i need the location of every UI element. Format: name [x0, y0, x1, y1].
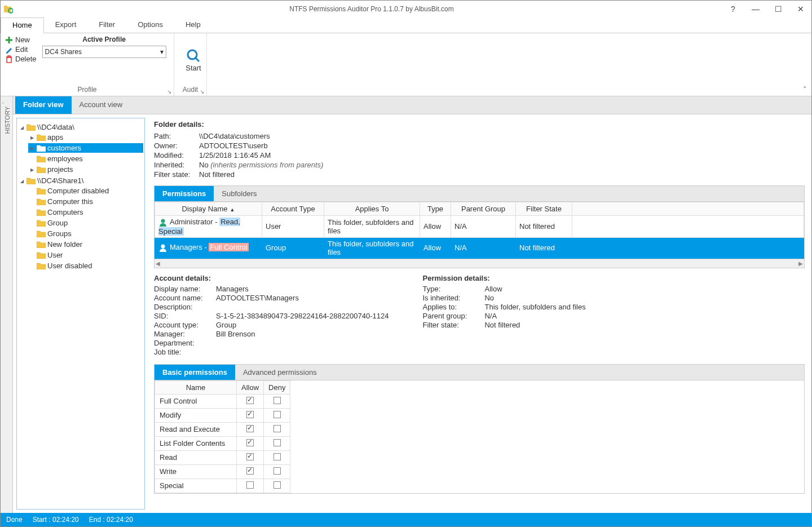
svg-rect-1 [4, 6, 7, 7]
tree-node[interactable]: employees [28, 154, 143, 163]
active-profile-label: Active Profile [82, 36, 126, 43]
basic-permissions-grid: NameAllowDenyFull ControlModifyRead and … [154, 380, 805, 494]
permission-details: Type:AllowIs inherited:NoApplies to:This… [422, 285, 585, 329]
window-title: NTFS Permissions Auditor Pro 1.1.0.7 by … [17, 5, 726, 13]
ribbon: New Edit Delete Active Profile DC4 Share… [1, 33, 811, 96]
titlebar: NTFS Permissions Auditor Pro 1.1.0.7 by … [1, 1, 811, 17]
minimize-button[interactable]: — [748, 5, 763, 14]
deny-checkbox[interactable] [273, 397, 281, 404]
basic-perm-row: Modify [155, 408, 290, 422]
deny-checkbox[interactable] [273, 439, 281, 446]
permission-row[interactable]: Managers - Full ControlGroupThis folder,… [155, 237, 804, 258]
allow-checkbox[interactable] [246, 439, 254, 446]
search-icon [186, 48, 201, 64]
tree-node[interactable]: Computers [28, 207, 143, 217]
basic-col-deny: Deny [264, 380, 290, 394]
view-tabs: Folder viewAccount view [13, 96, 811, 114]
tree-node[interactable]: Groups [28, 229, 143, 238]
svg-point-4 [188, 50, 197, 59]
col-type[interactable]: Type [420, 202, 451, 216]
menu-bar: HomeExportFilterOptionsHelp [1, 17, 811, 33]
basic-perm-row: Special [155, 479, 290, 493]
pin-icon: ◦ [2, 100, 5, 106]
basic-perm-row: Read and Execute [155, 422, 290, 436]
allow-checkbox[interactable] [246, 411, 254, 418]
menu-help[interactable]: Help [174, 17, 212, 33]
tree-node[interactable]: New folder [28, 240, 143, 249]
folder-tree[interactable]: \\DC4\data\appscustomersemployeesproject… [16, 118, 145, 510]
active-profile-dropdown[interactable]: DC4 Shares▾ [42, 46, 166, 58]
basictab-basic-permissions[interactable]: Basic permissions [155, 365, 235, 380]
basic-perm-row: Write [155, 464, 290, 479]
svg-point-6 [161, 244, 165, 248]
help-button[interactable]: ? [726, 5, 740, 14]
delete-profile-button[interactable]: Delete [5, 55, 37, 63]
audit-popout-icon[interactable]: ↘ [200, 88, 204, 95]
permtab-permissions[interactable]: Permissions [155, 186, 214, 201]
history-panel-tab[interactable]: ◦ HISTORY [1, 96, 13, 513]
folder-details: Path:\\DC4\data\customers Owner:ADTOOLTE… [154, 132, 805, 179]
basic-perm-row: Full Control [155, 394, 290, 408]
basic-col-allow: Allow [237, 380, 264, 394]
col-parent-group[interactable]: Parent Group [451, 202, 516, 216]
menu-home[interactable]: Home [1, 17, 44, 33]
basic-permissions-tabs: Basic permissionsAdvanced permissions [154, 364, 805, 380]
allow-checkbox[interactable] [246, 467, 254, 475]
allow-checkbox[interactable] [246, 397, 254, 404]
svg-rect-0 [4, 7, 11, 12]
status-start: Start : 02:24:20 [33, 516, 79, 524]
deny-checkbox[interactable] [273, 481, 281, 489]
basictab-advanced-permissions[interactable]: Advanced permissions [235, 365, 325, 380]
allow-checkbox[interactable] [246, 481, 254, 489]
viewtab-account-view[interactable]: Account view [72, 96, 131, 114]
grid-scrollbar[interactable]: ◀▶ [154, 259, 805, 268]
tree-node[interactable]: Computer this [28, 197, 143, 206]
permissions-tabs: PermissionsSubfolders [154, 185, 805, 201]
deny-checkbox[interactable] [273, 467, 281, 475]
tree-node[interactable]: projects [28, 165, 143, 174]
tree-node[interactable]: Group [28, 218, 143, 228]
menu-export[interactable]: Export [44, 17, 88, 33]
account-details-title: Account details: [154, 274, 389, 282]
allow-checkbox[interactable] [246, 425, 254, 432]
edit-profile-button[interactable]: Edit [5, 45, 37, 54]
menu-filter[interactable]: Filter [87, 17, 126, 33]
profile-popout-icon[interactable]: ↘ [167, 88, 171, 95]
deny-checkbox[interactable] [273, 411, 281, 418]
folder-details-title: Folder details: [154, 120, 805, 129]
deny-checkbox[interactable] [273, 453, 281, 460]
tree-node[interactable]: User disabled [28, 261, 143, 271]
ribbon-collapse-icon[interactable]: ˄ [803, 85, 807, 94]
viewtab-folder-view[interactable]: Folder view [15, 96, 72, 114]
account-details: Display name:ManagersAccount name:ADTOOL… [154, 285, 389, 356]
maximize-button[interactable]: ☐ [771, 5, 785, 14]
col-filter-state[interactable]: Filter State [516, 202, 572, 216]
status-end: End : 02:24:20 [89, 516, 133, 524]
new-profile-button[interactable]: New [5, 36, 37, 44]
close-button[interactable]: ✕ [793, 5, 808, 14]
menu-options[interactable]: Options [126, 17, 174, 33]
col-account-type[interactable]: Account Type [262, 202, 324, 216]
start-audit-button[interactable]: Start [179, 36, 208, 85]
permission-details-title: Permission details: [422, 274, 585, 282]
permtab-subfolders[interactable]: Subfolders [214, 186, 264, 201]
permissions-grid[interactable]: Display Name▲Account TypeApplies ToTypeP… [154, 201, 805, 259]
svg-point-5 [161, 219, 165, 223]
ribbon-group-audit-label: Audit [179, 85, 202, 95]
tree-node[interactable]: \\DC4\Share1\ [18, 176, 143, 185]
status-done: Done [6, 516, 23, 524]
deny-checkbox[interactable] [273, 425, 281, 432]
tree-node[interactable]: customers [28, 143, 143, 153]
permission-row[interactable]: Administrator - Read, SpecialUserThis fo… [155, 216, 804, 238]
chevron-down-icon: ▾ [160, 48, 164, 56]
tree-node[interactable]: apps [28, 132, 143, 142]
tree-node[interactable]: \\DC4\data\ [18, 122, 143, 132]
basic-perm-row: Read [155, 450, 290, 464]
tree-node[interactable]: Computer disabled [28, 186, 143, 196]
basic-perm-row: List Folder Contents [155, 436, 290, 450]
col-applies-to[interactable]: Applies To [324, 202, 420, 216]
col-display-name[interactable]: Display Name▲ [155, 202, 262, 216]
tree-node[interactable]: User [28, 250, 143, 260]
ribbon-group-profile-label: Profile [5, 85, 169, 95]
allow-checkbox[interactable] [246, 453, 254, 460]
